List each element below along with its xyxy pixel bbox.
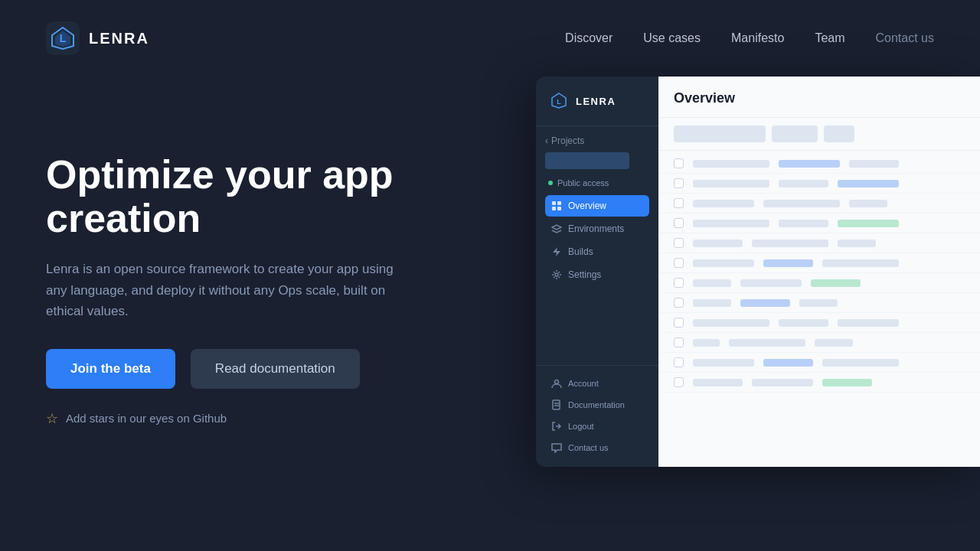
nav-contact[interactable]: Contact us	[876, 31, 934, 45]
logo: L LENRA	[46, 21, 149, 55]
row-data	[693, 240, 743, 247]
builds-label: Builds	[568, 246, 593, 257]
hero-content: Optimize your app creation Lenra is an o…	[46, 122, 505, 427]
row-checkbox[interactable]	[674, 298, 684, 308]
row-checkbox[interactable]	[674, 258, 684, 268]
contact-label: Contact us	[568, 443, 609, 452]
sidebar-item-environments[interactable]: Environments	[545, 218, 649, 240]
row-data	[779, 319, 828, 327]
row-checkbox[interactable]	[674, 357, 684, 367]
row-checkbox[interactable]	[674, 218, 684, 228]
svg-point-9	[555, 380, 559, 384]
zap-icon	[551, 246, 562, 257]
row-checkbox[interactable]	[674, 178, 684, 188]
table-row	[658, 273, 980, 293]
main-content-area: Overview	[658, 77, 980, 467]
logo-text: LENRA	[89, 30, 149, 47]
sidebar-contact[interactable]: Contact us	[545, 438, 649, 458]
table-row	[658, 233, 980, 253]
table-row	[658, 313, 980, 333]
row-data	[779, 220, 828, 227]
row-checkbox[interactable]	[674, 377, 684, 387]
row-data	[693, 299, 731, 307]
row-data	[740, 299, 790, 307]
row-data	[822, 379, 872, 386]
sidebar-nav: ‹ Projects Public access Overview	[536, 126, 658, 365]
svg-rect-4	[552, 201, 556, 205]
row-data	[693, 160, 769, 168]
toolbar-bar-1	[674, 126, 766, 142]
table-row	[658, 253, 980, 273]
row-data	[693, 259, 754, 267]
hero-section: Optimize your app creation Lenra is an o…	[0, 77, 980, 427]
row-data	[779, 180, 828, 187]
app-preview: L LENRA ‹ Projects Public access	[536, 77, 980, 467]
hero-description: Lenra is an open source framework to cre…	[46, 259, 413, 321]
table-row	[658, 293, 980, 313]
row-checkbox[interactable]	[674, 198, 684, 208]
sidebar-logout[interactable]: Logout	[545, 416, 649, 436]
svg-rect-10	[553, 400, 560, 409]
row-data	[849, 160, 899, 168]
nav-discover[interactable]: Discover	[565, 31, 612, 45]
status-dot	[548, 181, 553, 185]
row-checkbox[interactable]	[674, 278, 684, 288]
chat-icon	[551, 442, 562, 453]
toolbar-bar-2	[772, 126, 818, 142]
row-checkbox[interactable]	[674, 158, 684, 168]
lenra-logo-icon: L	[46, 21, 80, 55]
main-nav: L LENRA Discover Use cases Manifesto Tea…	[0, 0, 980, 77]
row-data	[779, 160, 840, 168]
settings-label: Settings	[568, 269, 601, 280]
row-checkbox[interactable]	[674, 318, 684, 328]
table-row	[658, 214, 980, 233]
row-checkbox[interactable]	[674, 337, 684, 347]
row-data	[693, 359, 754, 367]
toolbar-bar-3	[824, 126, 854, 142]
overview-label: Overview	[568, 201, 606, 211]
layers-icon	[551, 223, 562, 234]
row-data	[763, 259, 813, 267]
nav-use-cases[interactable]: Use cases	[643, 31, 701, 45]
svg-text:L: L	[557, 98, 561, 106]
app-sidebar: L LENRA ‹ Projects Public access	[536, 77, 658, 467]
row-data	[693, 279, 731, 287]
status-label: Public access	[557, 178, 609, 187]
svg-rect-7	[557, 207, 561, 210]
row-data	[838, 180, 899, 187]
sidebar-item-settings[interactable]: Settings	[545, 264, 649, 285]
row-data	[763, 200, 840, 207]
sidebar-logo: L LENRA	[536, 77, 658, 126]
sidebar-logo-icon: L	[548, 90, 570, 112]
sidebar-documentation[interactable]: Documentation	[545, 395, 649, 415]
row-data	[752, 240, 828, 247]
row-data	[811, 279, 861, 287]
sidebar-bottom: Account Documentation Logout	[536, 365, 658, 467]
table-row	[658, 333, 980, 353]
row-data	[822, 359, 899, 367]
sidebar-status: Public access	[545, 178, 649, 187]
nav-team[interactable]: Team	[815, 31, 844, 45]
main-toolbar	[658, 118, 980, 151]
join-beta-button[interactable]: Join the beta	[46, 349, 175, 389]
gear-icon	[551, 269, 562, 280]
user-icon	[551, 378, 562, 389]
sidebar-back-link[interactable]: ‹ Projects	[545, 135, 649, 146]
row-checkbox[interactable]	[674, 238, 684, 248]
github-link[interactable]: ☆ Add stars in our eyes on Github	[46, 410, 505, 427]
svg-point-8	[555, 273, 558, 276]
row-data	[693, 180, 769, 187]
back-label: Projects	[551, 135, 584, 146]
doc-icon	[551, 399, 562, 410]
row-data	[693, 339, 720, 347]
table-row	[658, 194, 980, 214]
chevron-left-icon: ‹	[545, 135, 548, 146]
star-icon: ☆	[46, 410, 58, 427]
sidebar-item-builds[interactable]: Builds	[545, 241, 649, 262]
row-data	[838, 240, 876, 247]
read-docs-button[interactable]: Read documentation	[191, 349, 360, 389]
sidebar-account[interactable]: Account	[545, 373, 649, 393]
nav-manifesto[interactable]: Manifesto	[731, 31, 784, 45]
row-data	[822, 259, 899, 267]
sidebar-item-overview[interactable]: Overview	[545, 195, 649, 217]
